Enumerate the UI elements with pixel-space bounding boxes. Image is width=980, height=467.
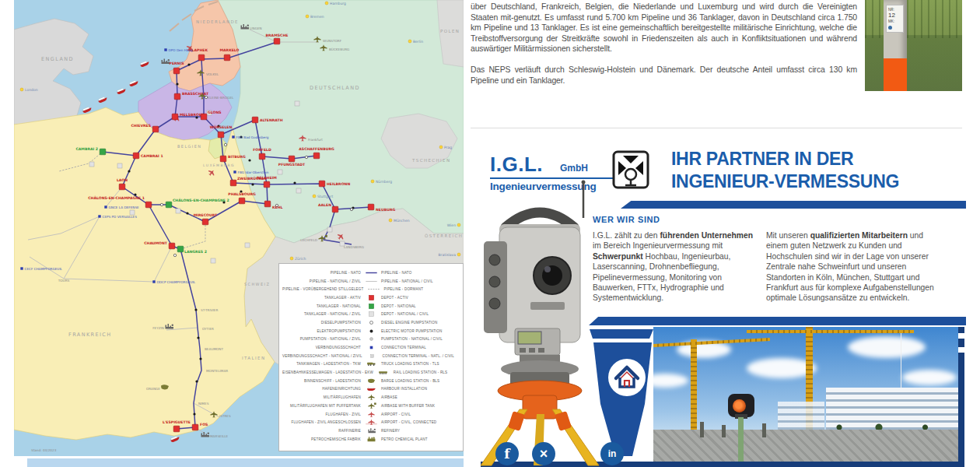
xing-icon[interactable]: × — [532, 442, 555, 465]
facility-label: ODCP CHAMPFORGEUIL — [157, 280, 196, 284]
legend-symbol — [363, 419, 379, 426]
depot-marker — [274, 38, 280, 44]
electric-pumpstation-marker — [195, 380, 198, 382]
legend-symbol — [365, 353, 380, 360]
electric-pumpstation-marker — [293, 181, 296, 184]
facility-label: DPO Den Haag — [169, 48, 193, 52]
electric-pumpstation-marker — [186, 212, 188, 214]
article-page: über Deutschland, Frankreich, Belgien, d… — [471, 0, 980, 467]
legend-row: VERBINDUNGSSCHACHTCONNECTION TERMINAL — [282, 343, 460, 352]
ad-headline-line2: INGENIEUR-VERMESSUNG — [671, 170, 967, 193]
marker-post-label: NR: 12 MK: — [886, 5, 904, 33]
legend-row: MILITÄRFLUGHAFENAIRBASE — [282, 393, 460, 402]
legend-symbol — [363, 311, 379, 318]
depot-marker — [289, 156, 295, 162]
depot-marker — [172, 114, 178, 120]
linkedin-icon[interactable]: in — [600, 442, 624, 465]
legend-symbol — [376, 369, 391, 376]
city-marker — [325, 2, 328, 5]
depot-marker — [133, 153, 139, 159]
city-label: Stuttgart — [317, 195, 333, 198]
depot-label: ALTENRATH — [260, 118, 283, 122]
marker-post-orange-band — [884, 58, 907, 91]
depot-civil-marker — [89, 162, 94, 167]
site-label: VOLKEL — [206, 72, 219, 76]
legend-symbol — [363, 394, 379, 401]
depot-label: CAMBRAI 2 — [75, 147, 98, 151]
legend-symbol — [363, 411, 379, 418]
depot-label: CHAUMONT — [144, 241, 168, 245]
site-label: LINGEN — [250, 26, 262, 30]
site-label: KLEINE-BROGEL — [208, 96, 234, 100]
map-stand-date: Stand: 03/2023 — [31, 448, 57, 452]
electric-pumpstation-marker — [176, 83, 178, 85]
legend-symbol — [363, 319, 379, 326]
section-divider — [471, 128, 962, 128]
ribbon-banner — [583, 326, 661, 466]
article-paragraph-2: Das NEPS verläuft durch Schleswig-Holste… — [471, 65, 857, 86]
depot-marker — [198, 54, 205, 61]
electric-pumpstation-marker — [128, 170, 130, 172]
country-label: DEUTSCHLAND — [310, 85, 360, 91]
home-button[interactable] — [608, 359, 646, 396]
city-marker — [457, 253, 460, 256]
depot-civil-marker — [211, 258, 215, 263]
crane-mast-1 — [691, 339, 697, 436]
electric-pumpstation-marker — [187, 63, 190, 65]
ad-headline: IHR PARTNER IN DER INGENIEUR-VERMESSUNG — [671, 148, 967, 193]
legend-symbol — [363, 427, 379, 434]
electric-pumpstation-marker — [197, 336, 199, 339]
marker-mk-label: MK: — [888, 19, 894, 23]
depot-label: MARKELO — [219, 48, 239, 52]
country-label: BELGIEN — [177, 144, 201, 149]
site-label: BÜCKEBURG — [329, 47, 349, 51]
site-label: TOURS — [58, 279, 70, 283]
depot-civil-marker — [117, 163, 122, 168]
legend-symbol — [363, 328, 379, 335]
electric-pumpstation-marker — [248, 159, 250, 161]
diesel-pumpstation-marker — [224, 143, 226, 146]
legend-row: TANKWAGEN - LADESTATION - TKWTRUCK LOADI… — [282, 360, 460, 369]
depot-marker — [264, 181, 270, 188]
depot-marker — [230, 180, 236, 186]
headline-underline-bar — [621, 201, 966, 209]
city-label: München — [394, 219, 410, 223]
legend-symbol — [363, 269, 379, 276]
facility-label: FBG Idar-Oberstein — [238, 170, 269, 174]
facebook-icon[interactable]: f — [495, 442, 519, 465]
electric-pumpstation-marker — [194, 308, 197, 311]
depot-label: PHALSBOURG — [228, 192, 256, 196]
legend-row: TANKLAGER - NATIONAL / ZIVILDEPOT - NATI… — [282, 310, 460, 318]
depot-marker — [173, 426, 180, 432]
depot-label: AALEN — [318, 203, 331, 207]
depot-label: L'ESPIGUETTE — [163, 420, 191, 424]
legend-row: EISENBAHNKESSELWAGEN - LADESTATION - EKW… — [282, 368, 460, 377]
connection-terminal-marker — [104, 205, 107, 208]
diesel-pumpstation-marker — [350, 208, 352, 210]
site-label: LANDSBERG — [344, 245, 364, 249]
depot-marker — [177, 246, 184, 252]
depot-marker — [192, 424, 198, 430]
legend-row: PUMPSTATION - NATIONAL / ZIVILPUMPSTATIO… — [282, 335, 460, 344]
city-marker — [408, 40, 411, 43]
city-marker — [371, 180, 374, 183]
depot-civil-marker — [295, 101, 299, 106]
diesel-pumpstation-marker — [160, 203, 163, 205]
facility-label: CECF CHAMPFORGEUIL — [25, 267, 63, 271]
depot-label: CHÂLONS-EN-CHAMPAGNE 1 — [88, 195, 145, 200]
diesel-pumpstation-marker — [305, 156, 307, 158]
city-marker — [20, 88, 23, 91]
depot-marker — [169, 243, 175, 249]
depot-label: LAON — [117, 178, 128, 182]
article-paragraph-1: über Deutschland, Frankreich, Belgien, d… — [471, 2, 857, 54]
depot-label: FORFELD — [253, 148, 271, 152]
igl-logo-name: I.G.L. — [490, 153, 543, 177]
depot-marker — [368, 204, 374, 210]
depot-label: NEUBURG — [376, 208, 395, 212]
connection-terminal-marker — [164, 48, 166, 51]
city-label: Bremen — [310, 15, 324, 19]
depot-civil-marker — [176, 209, 180, 213]
depot-civil-marker — [327, 227, 332, 232]
legend-row: PIPELINE - NATIONAL / ZIVILPIPELINE - NA… — [282, 277, 460, 286]
connection-terminal-marker — [20, 267, 23, 269]
